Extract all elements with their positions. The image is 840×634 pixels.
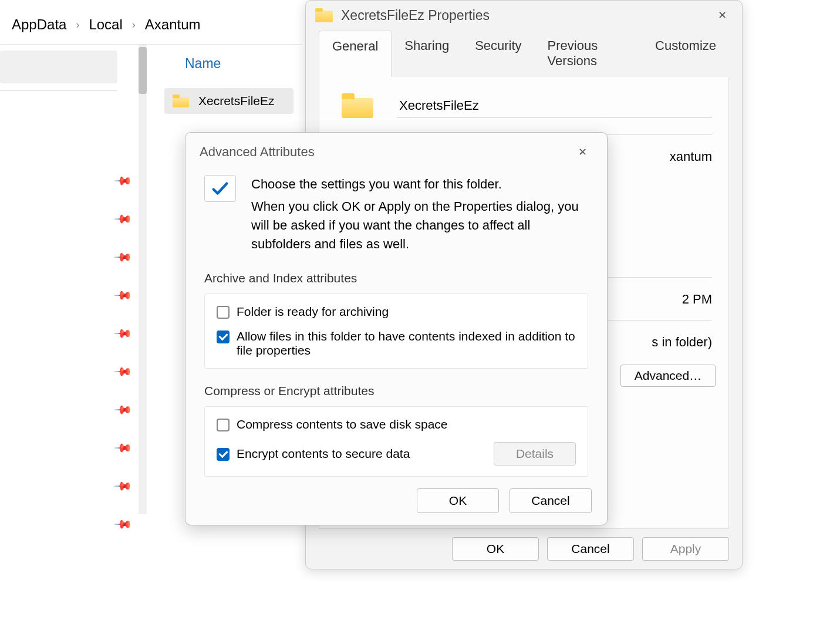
intro-text: Choose the settings you want for this fo…: [251, 175, 588, 254]
created-value: 2 PM: [682, 292, 712, 307]
group-header-archive: Archive and Index attributes: [204, 271, 588, 285]
pin-icon: 📌: [113, 514, 133, 535]
ok-button[interactable]: OK: [417, 488, 499, 513]
checkmark-icon: [204, 175, 236, 202]
tab-sharing[interactable]: Sharing: [392, 30, 462, 77]
pin-icon: 📌: [113, 476, 133, 497]
tab-customize[interactable]: Customize: [642, 30, 729, 77]
checkbox-archiving[interactable]: Folder is ready for archiving: [217, 305, 576, 319]
chevron-right-icon: ›: [76, 19, 79, 31]
advanced-button[interactable]: Advanced…: [620, 365, 716, 387]
scrollbar-thumb[interactable]: [139, 47, 147, 94]
tab-general[interactable]: General: [319, 30, 392, 77]
pin-icon: 📌: [113, 247, 133, 268]
dialog-title: Advanced Attributes: [200, 144, 572, 160]
checkbox-compress[interactable]: Compress contents to save disk space: [217, 417, 576, 431]
checkbox-encrypt[interactable]: Encrypt contents to secure data Details: [217, 442, 576, 466]
pin-icon: 📌: [113, 362, 133, 382]
group-compress: Compress contents to save disk space Enc…: [204, 406, 588, 477]
tab-previous-versions[interactable]: Previous Versions: [535, 30, 642, 77]
sidebar-item[interactable]: [0, 50, 117, 83]
pin-icon: 📌: [113, 323, 133, 344]
column-header-name[interactable]: Name: [185, 56, 305, 72]
breadcrumb-appdata[interactable]: AppData: [12, 16, 66, 33]
titlebar[interactable]: XecretsFileEz Properties ✕: [306, 1, 742, 30]
folder-icon: [315, 8, 333, 22]
checkbox-icon: [217, 419, 230, 431]
checkbox-icon: [217, 448, 230, 461]
checkbox-indexing[interactable]: Allow files in this folder to have conte…: [217, 329, 576, 358]
pin-icon: 📌: [113, 171, 133, 191]
ok-button[interactable]: OK: [452, 537, 539, 561]
location-value: xantum: [670, 149, 712, 164]
chevron-right-icon: ›: [132, 19, 136, 31]
pin-icon: 📌: [113, 438, 133, 458]
sidebar: 📌 📌 📌 📌 📌 📌 📌 📌 📌 📌: [0, 45, 147, 555]
folder-icon: [173, 95, 189, 107]
cancel-button[interactable]: Cancel: [510, 488, 592, 513]
cancel-button[interactable]: Cancel: [547, 537, 634, 561]
checkbox-icon: [217, 331, 230, 343]
contains-value: s in folder): [652, 335, 712, 350]
list-item[interactable]: XecretsFileEz: [164, 88, 294, 114]
breadcrumb[interactable]: AppData › Local › Axantum: [12, 16, 201, 33]
tab-bar: General Sharing Security Previous Versio…: [306, 30, 742, 77]
apply-button[interactable]: Apply: [642, 537, 729, 561]
folder-name-input[interactable]: [397, 94, 712, 117]
divider: [0, 90, 117, 91]
folder-icon: [342, 93, 373, 118]
file-name: XecretsFileEz: [198, 94, 275, 108]
tab-security[interactable]: Security: [462, 30, 534, 77]
close-icon[interactable]: ✕: [572, 143, 593, 161]
group-archive: Folder is ready for archiving Allow file…: [204, 294, 588, 369]
titlebar[interactable]: Advanced Attributes ✕: [185, 133, 607, 171]
close-icon[interactable]: ✕: [712, 6, 733, 24]
dialog-title: XecretsFileEz Properties: [341, 8, 712, 23]
checkbox-icon: [217, 306, 230, 319]
pin-icon: 📌: [113, 209, 133, 230]
pin-icon: 📌: [113, 285, 133, 306]
details-button[interactable]: Details: [494, 442, 576, 466]
file-list: Name XecretsFileEz: [164, 56, 305, 114]
group-header-compress: Compress or Encrypt attributes: [204, 384, 588, 398]
pin-icon: 📌: [113, 400, 133, 420]
advanced-attributes-dialog: Advanced Attributes ✕ Choose the setting…: [185, 132, 608, 525]
breadcrumb-axantum[interactable]: Axantum: [145, 16, 201, 33]
scrollbar[interactable]: [139, 45, 147, 514]
breadcrumb-local[interactable]: Local: [89, 16, 122, 33]
